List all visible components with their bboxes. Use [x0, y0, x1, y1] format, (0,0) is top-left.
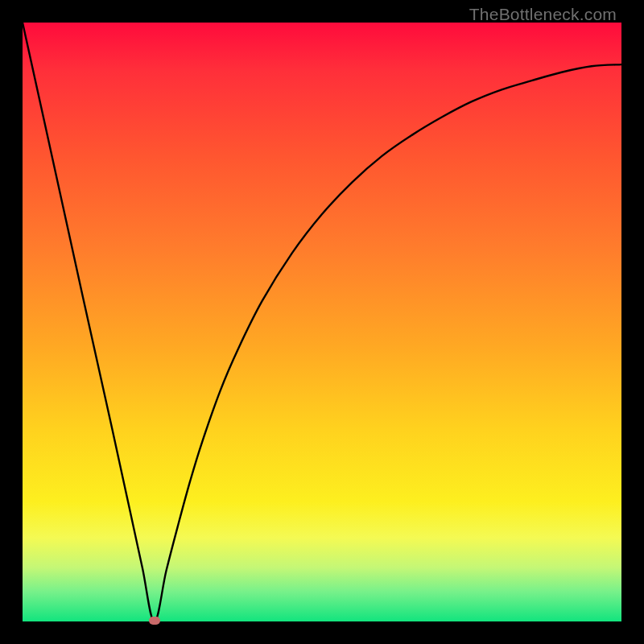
watermark-text: TheBottleneck.com: [469, 5, 617, 24]
minimum-marker: [149, 617, 160, 625]
chart-container: TheBottleneck.com: [0, 0, 644, 644]
plot-area: [23, 23, 621, 621]
bottleneck-curve: [23, 23, 621, 621]
